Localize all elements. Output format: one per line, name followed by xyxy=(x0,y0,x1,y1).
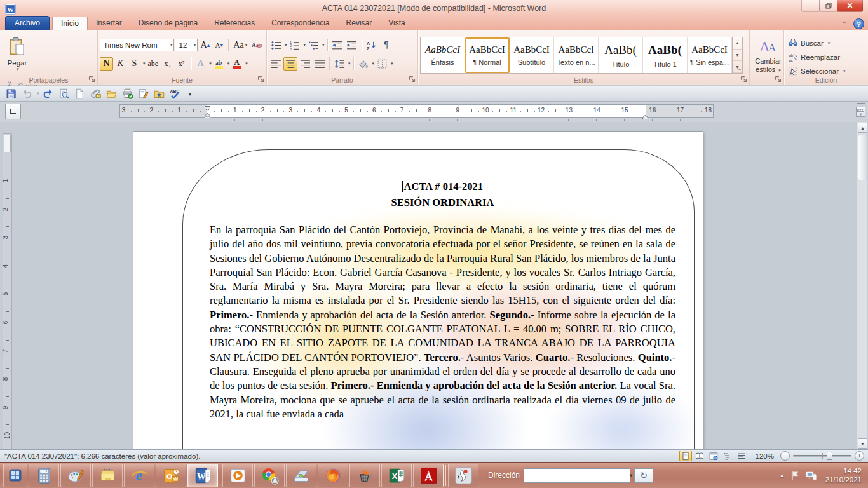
scrollbar-thumb[interactable] xyxy=(858,135,867,180)
taskbar-file-explorer-app[interactable] xyxy=(92,464,123,487)
italic-button[interactable]: K xyxy=(114,57,127,71)
taskbar-scanner-app[interactable] xyxy=(286,464,316,487)
bullets-button[interactable] xyxy=(269,39,283,52)
numbering-button[interactable]: 123 xyxy=(288,39,302,52)
taskbar-excel-app[interactable]: X xyxy=(381,464,412,487)
grow-font-button[interactable]: A▴ xyxy=(198,39,212,52)
address-refresh-button[interactable]: ↻ xyxy=(634,468,653,483)
undo-button[interactable] xyxy=(20,87,34,100)
taskbar-start-button[interactable] xyxy=(3,464,27,487)
bold-button[interactable]: N xyxy=(100,57,113,71)
style--sin-espa-[interactable]: AaBbCcI¶ Sin espa... xyxy=(688,37,732,73)
align-left-button[interactable] xyxy=(269,57,283,71)
zoom-level[interactable]: 120% xyxy=(756,452,774,460)
tab-insertar[interactable]: Insertar xyxy=(88,17,130,30)
indent-marker[interactable] xyxy=(642,112,648,121)
taskbar-word-app[interactable]: W xyxy=(187,464,218,487)
select-button[interactable]: Seleccionar▾ xyxy=(789,65,864,77)
tab-revisar[interactable]: Revisar xyxy=(338,17,381,30)
collapse-ribbon-icon[interactable]: ⌃ xyxy=(839,20,850,28)
zoom-slider-handle[interactable] xyxy=(827,452,832,460)
style-título[interactable]: AaBb(Título xyxy=(599,37,643,73)
align-right-button[interactable] xyxy=(298,57,312,71)
change-styles-button[interactable]: AA Cambiarestilos ▾ xyxy=(752,36,785,74)
edit-document-button[interactable] xyxy=(137,87,151,100)
replace-button[interactable]: abacReemplazar xyxy=(789,51,864,63)
font-family-combo[interactable]: Times New Rom▾ xyxy=(100,39,174,51)
taskbar-firefox-app[interactable] xyxy=(318,464,348,487)
network-icon[interactable] xyxy=(805,470,817,480)
highlight-button[interactable]: ab xyxy=(212,57,226,71)
minimize-button[interactable]: – xyxy=(801,0,820,12)
increase-indent-button[interactable] xyxy=(345,39,359,52)
zoom-in-button[interactable]: + xyxy=(855,451,864,461)
new-document-button[interactable] xyxy=(73,87,87,100)
indent-marker[interactable] xyxy=(205,111,210,120)
zoom-slider[interactable]: − + xyxy=(780,451,864,461)
paragraph-dialog-launcher[interactable] xyxy=(408,75,416,83)
tab-stop-selector[interactable] xyxy=(5,104,21,119)
view-web-layout-button[interactable] xyxy=(707,451,720,461)
tab-inicio[interactable]: Inicio xyxy=(52,17,88,30)
view-print-layout-button[interactable] xyxy=(679,451,692,461)
clipboard-dialog-launcher[interactable] xyxy=(88,75,96,83)
document-text[interactable]: ACTA # 014-2021 SESIÓN ORDINARIA En la p… xyxy=(210,179,675,421)
subscript-button[interactable]: x₂ xyxy=(161,57,174,71)
view-draft-button[interactable] xyxy=(735,451,748,461)
close-button[interactable]: ✕ xyxy=(837,0,863,12)
zoom-out-button[interactable]: − xyxy=(780,451,790,461)
restore-button[interactable] xyxy=(819,0,837,12)
styles-more-icon[interactable]: ▼̲ xyxy=(733,61,742,73)
styles-scroll-up-icon[interactable]: ▲ xyxy=(733,37,742,50)
styles-scroll-down-icon[interactable]: ▼ xyxy=(733,50,742,62)
tab-correspondencia[interactable]: Correspondencia xyxy=(263,17,337,30)
tab-referencias[interactable]: Referencias xyxy=(206,17,263,30)
view-fullscreen-reading-button[interactable] xyxy=(693,451,706,461)
decrease-indent-button[interactable] xyxy=(330,39,344,52)
style--normal[interactable]: AaBbCcI¶ Normal xyxy=(465,37,510,73)
text-effects-button[interactable]: A xyxy=(194,57,207,71)
superscript-button[interactable]: x² xyxy=(175,57,188,71)
vertical-ruler[interactable]: 12345678910 xyxy=(3,133,12,449)
paste-button[interactable]: Pegar ▾ xyxy=(4,34,31,75)
taskbar-chrome-app[interactable] xyxy=(254,464,285,487)
split-window-handle[interactable] xyxy=(857,103,865,105)
scroll-down-icon[interactable]: ▼ xyxy=(858,438,867,449)
clear-formatting-button[interactable]: Aa xyxy=(250,39,264,52)
change-case-button[interactable]: Aa▾ xyxy=(231,39,249,52)
change-styles-dialog-launcher[interactable] xyxy=(774,75,782,83)
status-message[interactable]: "ACTA 014 23072021": 6.266 caracteres (v… xyxy=(0,452,200,460)
help-icon[interactable]: ? xyxy=(853,18,864,29)
shrink-font-button[interactable]: A▾ xyxy=(212,39,226,52)
save-button[interactable] xyxy=(4,87,18,100)
style-título-1[interactable]: AaBb(Título 1 xyxy=(643,37,688,73)
taskbar-calculator-app[interactable]: 0 xyxy=(29,464,59,487)
font-size-combo[interactable]: 12▾ xyxy=(175,39,198,51)
view-outline-button[interactable] xyxy=(721,451,734,461)
style-texto-en-n-[interactable]: AaBbCclTexto en n... xyxy=(554,37,599,73)
address-input-box[interactable]: ▼ xyxy=(524,468,630,483)
action-center-flag-icon[interactable] xyxy=(789,470,800,480)
styles-dialog-launcher[interactable] xyxy=(740,75,748,83)
ruler-toggle-button[interactable] xyxy=(856,107,865,117)
taskbar-paint-app[interactable] xyxy=(60,464,91,487)
attach-file-button[interactable] xyxy=(89,87,103,100)
taskbar-internet-explorer-app[interactable]: e xyxy=(124,464,154,487)
address-dropdown-icon[interactable]: ▼ xyxy=(628,469,634,482)
spelling-grammar-button[interactable]: ABC xyxy=(168,87,182,100)
line-spacing-button[interactable] xyxy=(332,57,346,71)
borders-button[interactable] xyxy=(375,57,389,71)
taskbar-autocad-app[interactable]: A xyxy=(413,464,444,487)
taskbar-clock[interactable]: 14:42 21/10/2021 xyxy=(822,466,862,484)
taskbar-nero-app[interactable] xyxy=(349,464,380,487)
font-color-button[interactable]: A xyxy=(230,57,243,71)
style-subtítulo[interactable]: AaBbCcISubtítulo xyxy=(510,37,554,73)
multilevel-list-button[interactable] xyxy=(306,39,320,52)
sort-button[interactable]: AZ xyxy=(365,39,379,52)
taskbar-media-player-app[interactable] xyxy=(222,464,253,487)
tab-vista[interactable]: Vista xyxy=(380,17,413,30)
tab-archivo[interactable]: Archivo xyxy=(5,16,50,30)
strikethrough-button[interactable]: abe xyxy=(146,57,161,71)
document-page[interactable]: ACTA # 014-2021 SESIÓN ORDINARIA En la p… xyxy=(133,132,703,449)
find-button[interactable]: Buscar▾ xyxy=(789,37,864,49)
